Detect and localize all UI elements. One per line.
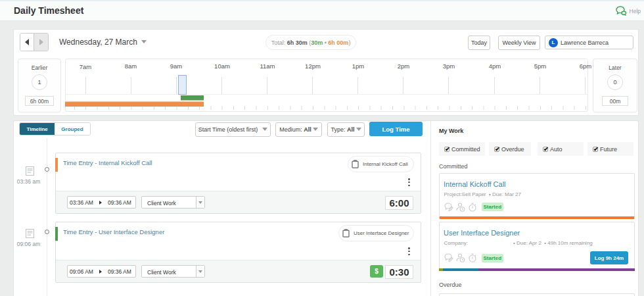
svg-text:5pm: 5pm xyxy=(534,62,547,70)
svg-text:2pm: 2pm xyxy=(398,62,410,70)
svg-text:11am: 11am xyxy=(260,62,275,70)
svg-text:1pm: 1pm xyxy=(352,62,365,70)
svg-text:8am: 8am xyxy=(125,62,137,70)
svg-text:9am: 9am xyxy=(170,62,183,70)
svg-text:10am: 10am xyxy=(214,62,230,70)
svg-text:3pm: 3pm xyxy=(443,62,455,70)
svg-text:7am: 7am xyxy=(80,63,92,70)
svg-text:4pm: 4pm xyxy=(489,62,501,70)
svg-text:12pm: 12pm xyxy=(305,62,321,70)
svg-text:6pm: 6pm xyxy=(580,62,592,70)
